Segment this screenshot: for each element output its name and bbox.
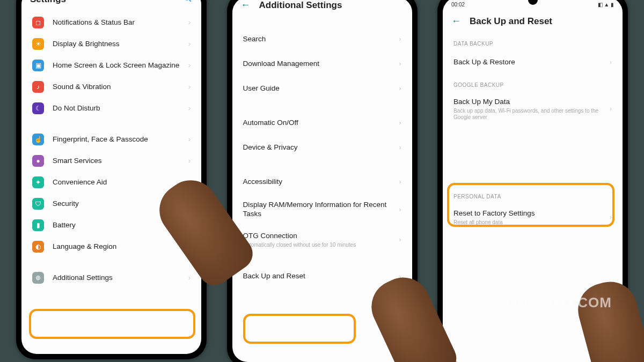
chevron-right-icon: › [188, 19, 191, 26]
row-automatic-on-off[interactable]: Automatic On/Off› [232, 110, 412, 135]
status-icons: ◧ ▲ ▮ [598, 2, 614, 8]
chevron-right-icon: › [188, 243, 191, 250]
chevron-right-icon: › [188, 105, 191, 112]
row-label: Display RAM/Memory Information for Recen… [243, 201, 395, 219]
row-label: Smart Services [53, 157, 184, 166]
back-icon[interactable]: ← [451, 16, 461, 27]
row-sub: Back up app data, Wi-Fi passwords, and o… [453, 108, 605, 121]
chevron-right-icon: › [399, 35, 401, 43]
row-label: Back Up & Restore [453, 58, 605, 67]
chevron-right-icon: › [188, 136, 191, 143]
chevron-right-icon: › [610, 105, 612, 113]
row-backup-restore[interactable]: Back Up & Restore › [443, 50, 623, 75]
row-label: Search [243, 35, 395, 44]
chevron-right-icon: › [188, 221, 191, 229]
row-factory-reset[interactable]: Reset to Factory Settings Reset all phon… [443, 203, 623, 232]
chevron-right-icon: › [188, 83, 191, 91]
row-icon: ☝ [32, 134, 44, 145]
row-otg-connection[interactable]: OTG ConnectionAutomatically closed witho… [232, 225, 412, 255]
row-label: Device & Privacy [243, 143, 395, 152]
row-accessibility[interactable]: Accessibility› [232, 169, 412, 194]
chevron-right-icon: › [399, 236, 401, 243]
back-icon[interactable]: ← [241, 0, 251, 11]
chevron-right-icon: › [399, 178, 401, 186]
header-settings: Settings [21, 0, 201, 12]
row-label: User Guide [243, 84, 395, 93]
row-icon: ✦ [32, 176, 44, 188]
settings-row-battery[interactable]: ▮Battery› [21, 215, 201, 236]
row-icon: ◐ [32, 241, 44, 253]
settings-row-home-screen-lock-screen-magazine[interactable]: ▣Home Screen & Lock Screen Magazine› [21, 55, 201, 76]
row-label: Convenience Aid [53, 178, 184, 187]
chevron-right-icon: › [399, 85, 401, 92]
settings-row-do-not-disturb[interactable]: ☾Do Not Disturb› [21, 98, 201, 119]
chevron-right-icon: › [188, 62, 191, 69]
section-personal-data: PERSONAL DATA [443, 186, 623, 203]
svg-line-1 [189, 0, 191, 2]
row-label: Download Management [243, 60, 395, 69]
row-icon: ☀ [32, 38, 44, 50]
section-google-backup: GOOGLE BACKUP [443, 75, 623, 91]
row-label: Do Not Disturb [53, 104, 184, 113]
row-icon: ♪ [32, 81, 44, 93]
row-label: Fingerprint, Face & Passcode [53, 135, 184, 144]
row-user-guide[interactable]: User Guide› [232, 76, 412, 101]
row-search[interactable]: Search› [232, 27, 412, 51]
phone-additional-settings: ← Additional Settings Search›Download Ma… [227, 0, 418, 362]
chevron-right-icon: › [188, 40, 191, 48]
highlight-additional-settings [29, 309, 195, 339]
row-label: Security [53, 200, 184, 209]
settings-row-security[interactable]: 🛡Security› [21, 193, 201, 215]
page-title: Back Up and Reset [470, 16, 552, 27]
chevron-right-icon: › [188, 274, 191, 282]
row-label: Home Screen & Lock Screen Magazine [53, 61, 184, 70]
row-backup-my-data[interactable]: Back Up My Data Back up app data, Wi-Fi … [443, 91, 623, 127]
chevron-right-icon: › [610, 213, 612, 221]
settings-row-convenience-aid[interactable]: ✦Convenience Aid› [21, 172, 201, 193]
chevron-right-icon: › [399, 273, 401, 280]
row-download-management[interactable]: Download Management› [232, 51, 412, 76]
section-data-backup: DATA BACKUP [443, 33, 623, 50]
chevron-right-icon: › [399, 119, 401, 127]
page-title: Settings [30, 0, 66, 5]
settings-row-smart-services[interactable]: ●Smart Services› [21, 150, 201, 172]
settings-list: ◻Notifications & Status Bar›☀Display & B… [21, 12, 201, 310]
chevron-right-icon: › [188, 179, 191, 186]
header-backup: ← Back Up and Reset [443, 11, 623, 33]
row-sub: Automatically closed without use for 10 … [243, 242, 395, 248]
row-label: Display & Brightness [53, 40, 184, 49]
chevron-right-icon: › [610, 58, 612, 66]
page-title: Additional Settings [259, 0, 342, 11]
row-icon: ⊕ [32, 272, 44, 284]
row-icon: ▣ [32, 60, 44, 71]
row-label: Back Up My Data [453, 98, 605, 107]
row-label: Notifications & Status Bar [53, 18, 184, 27]
row-back-up-and-reset[interactable]: Back Up and Reset› [232, 264, 412, 289]
chevron-right-icon: › [399, 206, 401, 213]
row-icon: ☾ [32, 102, 44, 114]
settings-row-display-brightness[interactable]: ☀Display & Brightness› [21, 33, 201, 55]
chevron-right-icon: › [188, 200, 191, 208]
settings-row-language-region[interactable]: ◐Language & Region› [21, 236, 201, 257]
row-label: Back Up and Reset [243, 272, 395, 281]
row-sub: Reset all phone data [453, 219, 605, 226]
search-icon[interactable] [183, 0, 193, 5]
settings-row-additional-settings[interactable]: ⊕Additional Settings› [21, 267, 201, 289]
additional-settings-list: Search›Download Management›User Guide›Au… [232, 17, 412, 311]
row-icon: ▮ [32, 219, 44, 231]
row-label: Battery [53, 221, 184, 230]
chevron-right-icon: › [399, 144, 401, 151]
chevron-right-icon: › [188, 157, 191, 165]
settings-row-notifications-status-bar[interactable]: ◻Notifications & Status Bar› [21, 12, 201, 33]
row-icon: ◻ [32, 17, 44, 28]
row-display-ram-memory-information-for-recent-tasks[interactable]: Display RAM/Memory Information for Recen… [232, 194, 412, 225]
settings-row-fingerprint-face-passcode[interactable]: ☝Fingerprint, Face & Passcode› [21, 129, 201, 150]
header-additional: ← Additional Settings [232, 0, 412, 17]
highlight-backup-reset [243, 314, 356, 344]
settings-row-sound-vibration[interactable]: ♪Sound & Vibration› [21, 76, 201, 98]
row-label: Automatic On/Off [243, 119, 395, 128]
row-label: Sound & Vibration [53, 83, 184, 92]
phone-settings: Settings ◻Notifications & Status Bar›☀Di… [16, 0, 207, 359]
row-label: Accessibility [243, 178, 395, 187]
row-device-privacy[interactable]: Device & Privacy› [232, 135, 412, 160]
